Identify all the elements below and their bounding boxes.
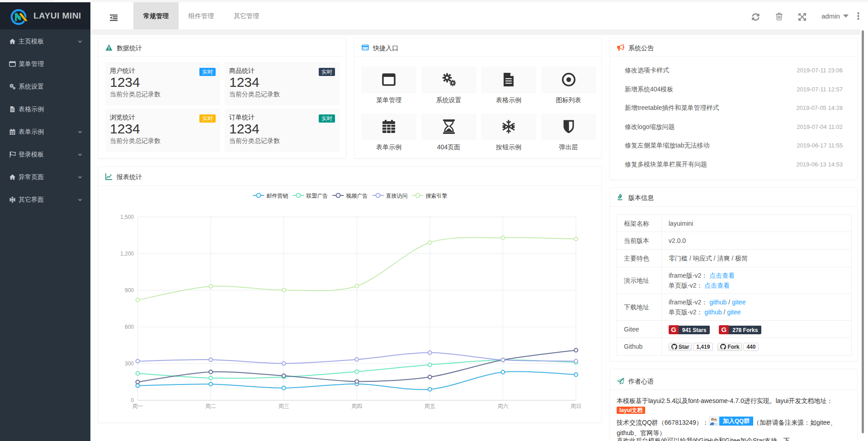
svg-text:周四: 周四 [351, 403, 362, 409]
svg-text:周五: 周五 [425, 403, 435, 409]
svg-text:搜索引擎: 搜索引擎 [426, 193, 448, 199]
svg-text:直接访问: 直接访问 [386, 193, 408, 199]
svg-text:300: 300 [125, 360, 134, 367]
svg-text:周一: 周一 [132, 403, 143, 409]
svg-text:周六: 周六 [497, 403, 508, 409]
svg-text:周二: 周二 [205, 403, 216, 409]
svg-text:联盟广告: 联盟广告 [306, 193, 328, 199]
svg-text:邮件营销: 邮件营销 [267, 193, 288, 199]
svg-text:周三: 周三 [278, 403, 289, 409]
svg-text:600: 600 [125, 324, 134, 330]
svg-text:1,200: 1,200 [120, 251, 134, 257]
svg-text:900: 900 [125, 287, 134, 294]
svg-text:周日: 周日 [571, 403, 581, 409]
svg-text:0: 0 [131, 397, 134, 403]
svg-text:1,500: 1,500 [120, 214, 134, 220]
svg-text:视频广告: 视频广告 [346, 193, 368, 199]
